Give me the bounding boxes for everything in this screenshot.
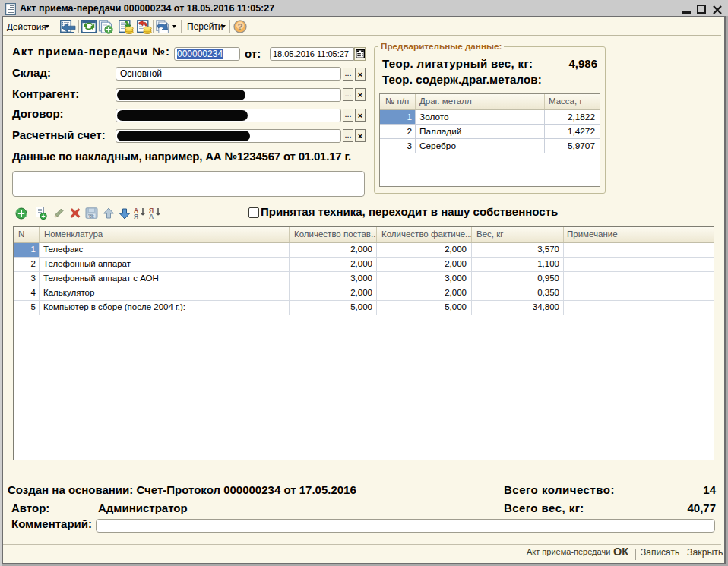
svg-text:А: А: [149, 213, 154, 220]
svg-text:ОК: ОК: [89, 215, 94, 219]
svg-text:Я: Я: [134, 213, 138, 220]
svg-text:?: ?: [237, 22, 242, 31]
